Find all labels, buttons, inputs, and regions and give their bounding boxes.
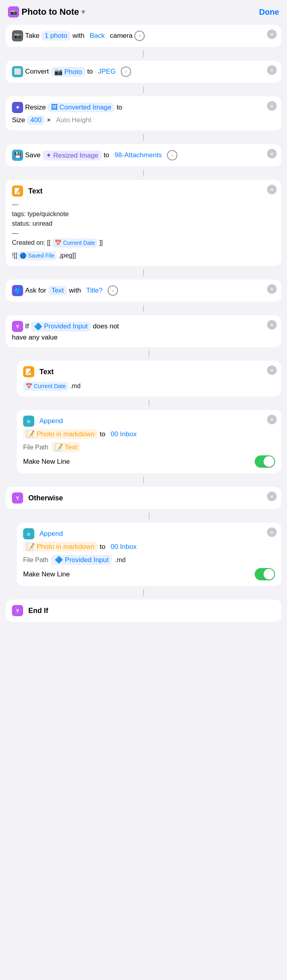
if-text-close-button[interactable]: × xyxy=(267,365,277,375)
otherwise-toggle[interactable] xyxy=(255,568,275,580)
text-card: 📝 Text --- tags: type/quicknote status: … xyxy=(6,180,281,266)
size-400-token[interactable]: 400 xyxy=(27,115,45,125)
text-label: Text xyxy=(28,187,43,195)
if-current-date-token[interactable]: 📅 Current Date xyxy=(23,382,68,391)
otherwise-append-card: ≡ Append 📝 Photo in markdown to 00 Inbox… xyxy=(17,523,281,586)
connector-3 xyxy=(0,133,287,142)
convert-info-icon[interactable]: › xyxy=(121,66,131,77)
if-text-suffix: .md xyxy=(70,383,81,389)
connector-line xyxy=(143,269,144,276)
title-chevron-icon[interactable]: ▾ xyxy=(81,8,85,16)
otherwise-append-label: Append xyxy=(36,529,66,539)
take-photo-close-button[interactable]: × xyxy=(267,29,277,39)
camera-icon: 📷 xyxy=(12,30,23,41)
app-icon: 📷 xyxy=(8,6,19,18)
photo-token[interactable]: 📷 Photo xyxy=(51,67,85,77)
save-card: 💾 Save ✦ Resized Image to 98-Attachments… xyxy=(6,144,281,166)
otherwise-block: ≡ Append 📝 Photo in markdown to 00 Inbox… xyxy=(11,511,287,586)
connector-line xyxy=(143,305,144,312)
ask-for-label: Ask for xyxy=(25,287,46,295)
take-label: Take xyxy=(25,32,39,40)
connector-4 xyxy=(0,169,287,178)
take-photo-card: 📷 Take 1 photo with Back camera › × xyxy=(6,25,281,47)
resized-image-token[interactable]: ✦ Resized Image xyxy=(43,150,102,160)
if-row-2: have any value xyxy=(12,334,275,342)
otherwise-make-new-line-label: Make New Line xyxy=(23,570,70,578)
otherwise-toggle-row: Make New Line xyxy=(23,568,275,580)
photo-count-token[interactable]: 1 photo xyxy=(41,31,71,41)
jpeg-token[interactable]: JPEG xyxy=(95,67,119,76)
title-text: Photo to Note xyxy=(22,7,79,17)
otherwise-inbox-token[interactable]: 00 Inbox xyxy=(107,542,140,552)
otherwise-md-suffix: .md xyxy=(115,556,126,564)
if-photo-markdown-token[interactable]: 📝 Photo in markdown xyxy=(23,429,98,439)
times-symbol: × xyxy=(47,116,51,124)
convert-close-button[interactable]: × xyxy=(267,65,277,75)
ask-info-icon[interactable]: › xyxy=(108,285,118,296)
if-append-close-button[interactable]: × xyxy=(267,415,277,424)
camera-type-token[interactable]: Back xyxy=(86,31,108,41)
if-inbox-token[interactable]: 00 Inbox xyxy=(107,429,140,439)
app-title: 📷 Photo to Note ▾ xyxy=(8,6,85,18)
convert-to-keyword: to xyxy=(87,68,93,76)
take-photo-info-icon[interactable]: › xyxy=(134,31,145,41)
connector-line xyxy=(143,170,144,177)
text-content-block: --- tags: type/quicknote status: unread … xyxy=(12,200,275,260)
if-append-icon: ≡ xyxy=(23,416,34,427)
otherwise-icon: Y xyxy=(12,492,23,504)
connector-line xyxy=(149,350,149,357)
saved-file-token[interactable]: 🔵 Saved File xyxy=(17,251,57,260)
connector-11 xyxy=(0,588,287,597)
ask-for-row: 🔷 Ask for Text with Title? › xyxy=(12,285,275,296)
with-keyword: with xyxy=(73,32,85,40)
text-header-row: 📝 Text xyxy=(12,185,275,197)
connector-7 xyxy=(11,349,287,358)
connector-10 xyxy=(11,511,287,520)
attachments-token[interactable]: 98-Attachments xyxy=(111,150,165,160)
done-button[interactable]: Done xyxy=(259,8,279,17)
if-toggle-row: Make New Line xyxy=(23,455,275,468)
if-label: If xyxy=(25,322,29,330)
save-icon: 💾 xyxy=(12,150,23,161)
otherwise-close-button[interactable]: × xyxy=(267,492,277,501)
provided-input-token[interactable]: 🔷 Provided Input xyxy=(31,322,91,332)
if-append-row: ≡ Append xyxy=(23,416,275,427)
end-if-card: Y End If xyxy=(6,599,281,622)
if-close-button[interactable]: × xyxy=(267,320,277,330)
otherwise-label: Otherwise xyxy=(28,494,63,502)
otherwise-row: Y Otherwise xyxy=(12,492,275,504)
converted-image-token[interactable]: 🖼 Converted Image xyxy=(48,103,114,112)
text-line-1: --- xyxy=(12,200,275,209)
resize-close-button[interactable]: × xyxy=(267,101,277,111)
otherwise-file-path-label: File Path xyxy=(23,556,48,564)
otherwise-to-keyword: to xyxy=(100,543,105,551)
ask-text-token[interactable]: Text xyxy=(48,286,67,295)
connector-line xyxy=(143,86,144,93)
otherwise-file-path-token[interactable]: 🔷 Provided Input xyxy=(51,555,112,565)
save-info-icon[interactable]: › xyxy=(167,150,177,160)
ask-close-button[interactable]: × xyxy=(267,284,277,294)
end-if-row: Y End If xyxy=(12,605,275,616)
otherwise-append-row: ≡ Append xyxy=(23,528,275,539)
current-date-token[interactable]: 📅 Current Date xyxy=(52,238,97,248)
connector-line xyxy=(143,50,144,57)
take-photo-row: 📷 Take 1 photo with Back camera › xyxy=(12,30,275,41)
if-text-icon: 📝 xyxy=(23,366,34,377)
if-file-path-token[interactable]: 📝 Text xyxy=(51,442,81,452)
endif-icon: Y xyxy=(12,605,23,616)
save-close-button[interactable]: × xyxy=(267,149,277,158)
text-close-button[interactable]: × xyxy=(267,185,277,194)
if-toggle[interactable] xyxy=(255,455,275,468)
connector-line xyxy=(143,589,144,596)
otherwise-append-close-button[interactable]: × xyxy=(267,527,277,537)
if-card: Y If 🔷 Provided Input does not have any … xyxy=(6,315,281,347)
auto-height-token[interactable]: Auto Height xyxy=(53,115,94,125)
text-line-6: ![[🔵 Saved File .jpeg]] xyxy=(12,251,275,260)
convert-row: ⬜ Convert 📷 Photo to JPEG › xyxy=(12,66,275,77)
ask-title-token[interactable]: Title? xyxy=(83,286,106,295)
if-append-detail-row: 📝 Photo in markdown to 00 Inbox xyxy=(23,429,275,439)
if-make-new-line-label: Make New Line xyxy=(23,458,70,466)
otherwise-photo-markdown-token[interactable]: 📝 Photo in markdown xyxy=(23,542,98,552)
connector-line xyxy=(149,400,149,407)
connector-line xyxy=(143,134,144,141)
